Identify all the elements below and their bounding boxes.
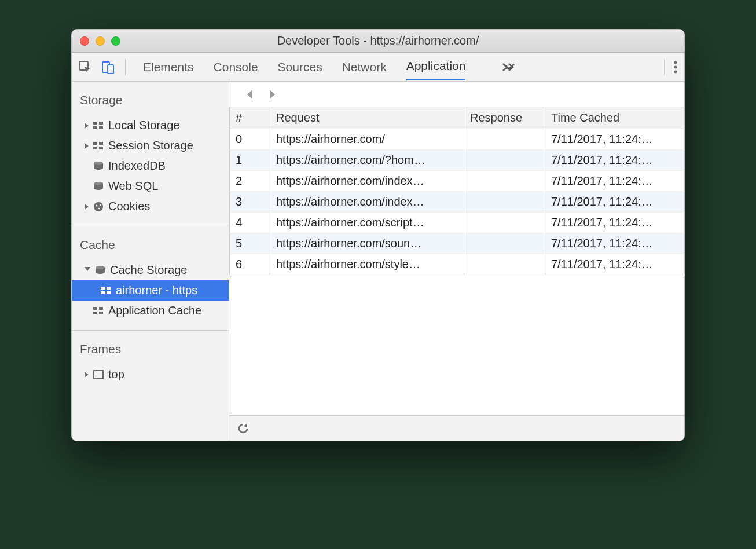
database-icon xyxy=(95,265,105,276)
svg-rect-27 xyxy=(107,291,111,294)
cookie-icon xyxy=(93,202,104,212)
cell-time: 7/11/2017, 11:24:… xyxy=(545,233,684,254)
device-toolbar-icon[interactable] xyxy=(102,60,115,74)
cell-response xyxy=(464,192,545,213)
col-number[interactable]: # xyxy=(230,107,270,129)
sidebar-heading-frames: Frames xyxy=(72,339,229,364)
main-panel: # Request Response Time Cached 0https://… xyxy=(229,82,684,441)
svg-rect-26 xyxy=(107,287,111,290)
chevron-down-icon xyxy=(85,267,90,274)
svg-rect-24 xyxy=(101,287,105,290)
sidebar-item-label: Cache Storage xyxy=(110,263,187,277)
cell-response xyxy=(464,254,545,275)
svg-point-4 xyxy=(674,65,677,68)
panel-tabs: Elements Console Sources Network Applica… xyxy=(143,53,515,80)
chevron-right-icon xyxy=(85,123,89,129)
grid-icon xyxy=(93,122,104,130)
svg-point-19 xyxy=(96,204,98,206)
svg-rect-25 xyxy=(101,291,105,294)
svg-rect-28 xyxy=(93,307,97,310)
cell-time: 7/11/2017, 11:24:… xyxy=(545,150,684,171)
sidebar-heading-storage: Storage xyxy=(72,90,229,115)
sidebar-item-cookies[interactable]: Cookies xyxy=(72,196,229,217)
sidebar-item-label: Local Storage xyxy=(108,119,179,132)
grid-icon xyxy=(93,142,104,150)
nav-forward-icon[interactable] xyxy=(267,89,277,100)
sidebar-item-top-frame[interactable]: top xyxy=(72,364,229,385)
svg-point-15 xyxy=(94,162,103,165)
tab-elements[interactable]: Elements xyxy=(143,54,194,80)
svg-rect-8 xyxy=(99,122,103,125)
table-row[interactable]: 5https://airhorner.com/soun…7/11/2017, 1… xyxy=(230,233,684,254)
more-tabs-icon[interactable] xyxy=(502,63,515,71)
sidebar: Storage Local Storage Session Storage In… xyxy=(72,82,229,441)
tab-application[interactable]: Application xyxy=(406,53,466,80)
sidebar-item-local-storage[interactable]: Local Storage xyxy=(72,115,229,136)
sidebar-item-cache-airhorner[interactable]: airhorner - https xyxy=(72,280,229,301)
cell-request: https://airhorner.com/ xyxy=(270,129,464,150)
cell-request: https://airhorner.com/style… xyxy=(270,254,464,275)
sidebar-item-session-storage[interactable]: Session Storage xyxy=(72,136,229,156)
sidebar-item-label: IndexedDB xyxy=(108,159,166,173)
table-row[interactable]: 6https://airhorner.com/style…7/11/2017, … xyxy=(230,254,684,275)
table-row[interactable]: 2https://airhorner.com/index…7/11/2017, … xyxy=(230,171,684,192)
col-response[interactable]: Response xyxy=(464,107,545,129)
sidebar-item-websql[interactable]: Web SQL xyxy=(72,176,229,196)
maximize-window-button[interactable] xyxy=(111,36,120,46)
cell-time: 7/11/2017, 11:24:… xyxy=(545,129,684,150)
chevron-right-icon xyxy=(85,372,89,378)
minimize-window-button[interactable] xyxy=(96,36,105,46)
sidebar-item-label: airhorner - https xyxy=(116,284,197,297)
refresh-icon[interactable] xyxy=(237,423,249,434)
sidebar-item-cache-storage[interactable]: Cache Storage xyxy=(72,260,229,280)
cell-time: 7/11/2017, 11:24:… xyxy=(545,192,684,213)
cell-time: 7/11/2017, 11:24:… xyxy=(545,254,684,275)
cell-n: 6 xyxy=(230,254,270,275)
svg-point-3 xyxy=(674,61,677,64)
tab-network[interactable]: Network xyxy=(342,54,387,80)
inspect-element-icon[interactable] xyxy=(79,61,91,74)
settings-menu-icon[interactable] xyxy=(664,59,677,75)
col-request[interactable]: Request xyxy=(270,107,464,129)
window-title: Developer Tools - https://airhorner.com/ xyxy=(277,34,479,47)
sidebar-item-label: Session Storage xyxy=(108,139,193,152)
table-row[interactable]: 3https://airhorner.com/index…7/11/2017, … xyxy=(230,192,684,213)
table-row[interactable]: 4https://airhorner.com/script…7/11/2017,… xyxy=(230,213,684,233)
database-icon xyxy=(93,161,104,171)
cell-time: 7/11/2017, 11:24:… xyxy=(545,171,684,192)
cell-response xyxy=(464,233,545,254)
table-row[interactable]: 0https://airhorner.com/7/11/2017, 11:24:… xyxy=(230,129,684,150)
close-window-button[interactable] xyxy=(80,36,89,46)
sidebar-section-cache: Cache Cache Storage airhorner - https Ap… xyxy=(72,226,229,331)
svg-rect-12 xyxy=(99,142,103,145)
col-time-cached[interactable]: Time Cached xyxy=(545,107,684,129)
sidebar-item-label: top xyxy=(108,368,124,381)
svg-rect-13 xyxy=(99,147,103,149)
devtools-window: Developer Tools - https://airhorner.com/… xyxy=(71,29,685,441)
tab-console[interactable]: Console xyxy=(214,54,258,80)
cell-n: 0 xyxy=(230,129,270,150)
cell-request: https://airhorner.com/?hom… xyxy=(270,150,464,171)
nav-back-icon[interactable] xyxy=(245,89,255,100)
cell-n: 1 xyxy=(230,150,270,171)
svg-rect-9 xyxy=(99,126,103,129)
tab-sources[interactable]: Sources xyxy=(278,54,322,80)
cell-time: 7/11/2017, 11:24:… xyxy=(545,213,684,233)
chevron-right-icon xyxy=(85,143,89,149)
database-icon xyxy=(93,181,104,192)
cell-n: 3 xyxy=(230,192,270,213)
svg-rect-7 xyxy=(93,126,97,129)
cell-response xyxy=(464,129,545,150)
svg-point-23 xyxy=(96,266,105,269)
cell-request: https://airhorner.com/index… xyxy=(270,192,464,213)
table-row[interactable]: 1https://airhorner.com/?hom…7/11/2017, 1… xyxy=(230,150,684,171)
svg-point-5 xyxy=(674,70,677,73)
sidebar-item-indexeddb[interactable]: IndexedDB xyxy=(72,156,229,176)
cell-n: 5 xyxy=(230,233,270,254)
footer-strip xyxy=(229,415,684,441)
sidebar-section-frames: Frames top xyxy=(72,331,229,394)
table-header-row: # Request Response Time Cached xyxy=(230,107,684,129)
cell-response xyxy=(464,213,545,233)
cell-response xyxy=(464,171,545,192)
sidebar-item-application-cache[interactable]: Application Cache xyxy=(72,301,229,321)
